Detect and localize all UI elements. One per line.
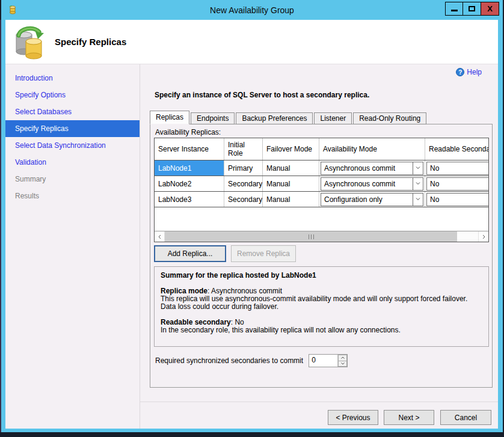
cell-server-instance[interactable]: LabNode2 <box>155 176 224 191</box>
column-header-availability-mode: Availability Mode <box>319 138 425 160</box>
tab-endpoints[interactable]: Endpoints <box>191 112 235 124</box>
page-title: Specify Replicas <box>55 37 126 47</box>
titlebar: New Availability Group X <box>1 0 503 20</box>
spin-down-icon[interactable] <box>338 361 347 367</box>
page-instruction: Specify an instance of SQL Server to hos… <box>155 91 369 99</box>
column-header-server-instance: Server Instance <box>155 138 224 160</box>
minimize-icon <box>451 10 458 11</box>
replica-summary-box: Summary for the replica hosted by LabNod… <box>154 266 489 347</box>
close-icon: X <box>487 4 493 13</box>
cell-server-instance[interactable]: LabNode3 <box>155 192 224 207</box>
cancel-button[interactable]: Cancel <box>440 410 491 425</box>
cell-failover-mode[interactable]: Manual <box>263 176 319 191</box>
help-icon: ? <box>456 68 464 76</box>
replica-mode-description: This replica will use asynchronous-commi… <box>161 295 482 311</box>
sidebar-item-summary: Summary <box>5 171 140 188</box>
window-title: New Availability Group <box>210 5 294 15</box>
availability-mode-dropdown[interactable]: Asynchronous commit <box>321 162 423 175</box>
help-link[interactable]: ? Help <box>456 68 482 76</box>
horizontal-scrollbar[interactable] <box>155 231 488 242</box>
chevron-down-icon <box>413 162 423 174</box>
sidebar-item-specify-options[interactable]: Specify Options <box>5 87 140 103</box>
tab-listener[interactable]: Listener <box>314 112 352 124</box>
availability-mode-dropdown[interactable]: Asynchronous commit <box>321 177 423 191</box>
help-label: Help <box>467 68 482 76</box>
replicas-sync-databases-icon <box>13 25 48 60</box>
maximize-button[interactable] <box>463 2 481 16</box>
sidebar-item-select-databases[interactable]: Select Databases <box>5 103 140 120</box>
cell-initial-role[interactable]: Secondary <box>224 176 263 191</box>
database-icon <box>8 5 17 14</box>
readable-secondary-dropdown[interactable]: No <box>426 162 488 175</box>
wizard-steps-sidebar: Introduction Specify Options Select Data… <box>5 64 140 429</box>
wizard-banner: Specify Replicas <box>5 20 498 64</box>
availability-mode-dropdown[interactable]: Configuration only <box>321 193 423 206</box>
sidebar-item-select-data-synchronization[interactable]: Select Data Synchronization <box>5 137 140 154</box>
scrollbar-thumb[interactable] <box>165 231 457 242</box>
cell-initial-role[interactable]: Secondary <box>224 192 263 207</box>
previous-button[interactable]: < Previous <box>328 410 378 425</box>
readable-secondary-dropdown[interactable]: No <box>426 193 488 206</box>
column-header-failover-mode: Failover Mode <box>263 138 319 160</box>
sidebar-item-introduction[interactable]: Introduction <box>5 70 140 87</box>
sidebar-item-specify-replicas[interactable]: Specify Replicas <box>5 120 140 137</box>
chevron-down-icon <box>413 178 423 190</box>
spin-up-icon[interactable] <box>338 355 347 361</box>
table-row: LabNode3 Secondary Manual Configuration … <box>155 192 488 207</box>
cell-initial-role[interactable]: Primary <box>224 160 263 176</box>
column-header-initial-role: Initial Role <box>224 138 263 160</box>
close-button[interactable]: X <box>481 2 499 16</box>
maximize-icon <box>469 6 475 11</box>
new-availability-group-window: New Availability Group X <box>1 0 503 432</box>
add-replica-button[interactable]: Add Replica... <box>154 245 226 262</box>
tab-replicas[interactable]: Replicas <box>150 111 189 124</box>
availability-replicas-grid: Server Instance Initial Role Failover Mo… <box>154 138 489 242</box>
availability-replicas-label: Availability Replicas: <box>155 128 221 136</box>
cell-server-instance[interactable]: LabNode1 <box>155 160 224 176</box>
sidebar-item-validation[interactable]: Validation <box>5 154 140 171</box>
replicas-tab-page: Availability Replicas: Server Instance I… <box>150 124 493 388</box>
main-panel: ? Help Specify an instance of SQL Server… <box>140 64 498 429</box>
next-button[interactable]: Next > <box>384 410 434 425</box>
cell-failover-mode[interactable]: Manual <box>263 160 319 176</box>
column-header-readable-secondary: Readable Secondary <box>425 138 488 160</box>
summary-title: Summary for the replica hosted by LabNod… <box>161 272 482 280</box>
tab-read-only-routing[interactable]: Read-Only Routing <box>353 112 426 124</box>
required-secondaries-spinner[interactable]: 0 <box>309 354 348 367</box>
grid-empty-area <box>155 207 488 231</box>
scrollbar-track[interactable] <box>165 231 478 242</box>
grid-header-row: Server Instance Initial Role Failover Mo… <box>155 138 488 160</box>
chevron-down-icon <box>413 194 423 206</box>
cell-failover-mode[interactable]: Manual <box>263 192 319 207</box>
scrollbar-grip <box>309 234 314 239</box>
footer-divider <box>140 402 498 402</box>
spinner-value[interactable]: 0 <box>309 355 337 367</box>
remove-replica-button: Remove Replica <box>231 245 296 262</box>
scroll-right-icon[interactable] <box>478 231 488 242</box>
required-secondaries-label: Required synchronized secondaries to com… <box>155 356 303 365</box>
tab-backup-preferences[interactable]: Backup Preferences <box>236 112 313 124</box>
minimize-button[interactable] <box>445 2 463 16</box>
table-row: LabNode2 Secondary Manual Asynchronous c… <box>155 176 488 192</box>
table-row: LabNode1 Primary Manual Asynchronous com… <box>155 160 488 176</box>
readable-secondary-description: In the secondary role, this availability… <box>161 326 482 334</box>
tab-strip: Replicas Endpoints Backup Preferences Li… <box>150 111 428 124</box>
sidebar-item-results: Results <box>5 188 140 204</box>
scroll-left-icon[interactable] <box>155 231 165 242</box>
required-secondaries-row: Required synchronized secondaries to com… <box>155 354 348 367</box>
readable-secondary-dropdown[interactable]: No <box>426 177 488 191</box>
